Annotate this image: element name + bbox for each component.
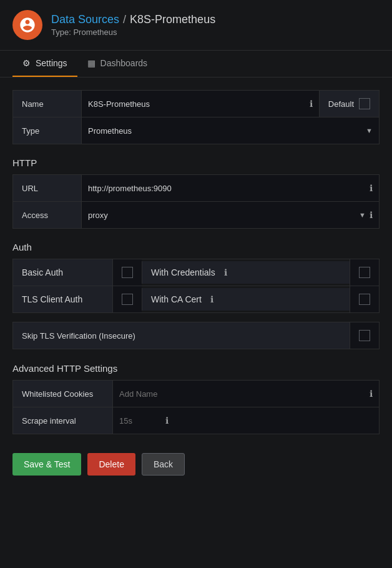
cookies-input[interactable]	[119, 389, 361, 399]
default-wrap: Default	[319, 91, 379, 117]
app-logo	[12, 10, 42, 40]
scrape-interval-label: Scrape interval	[13, 407, 113, 434]
type-select-arrow: ▼	[366, 127, 373, 134]
tabs-bar: ⚙ Settings ▦ Dashboards	[0, 51, 392, 77]
dashboards-tab-icon: ▦	[87, 58, 96, 68]
with-credentials-cell: With Credentials ℹ	[142, 261, 350, 284]
cookies-info-icon[interactable]: ℹ	[370, 389, 373, 399]
url-row: URL ℹ	[12, 174, 380, 202]
access-input-wrap: proxy ▼ ℹ	[82, 202, 379, 228]
with-credentials-checkbox[interactable]	[359, 267, 370, 278]
with-ca-cert-info-icon[interactable]: ℹ	[210, 294, 213, 304]
access-row: Access proxy ▼ ℹ	[12, 201, 380, 229]
type-label: Type	[13, 117, 82, 144]
with-ca-cert-checkbox[interactable]	[359, 294, 370, 305]
access-select-arrow: ▼	[359, 211, 366, 219]
name-label: Name	[13, 91, 82, 117]
tab-settings-label: Settings	[36, 58, 67, 68]
breadcrumb-datasources-link[interactable]: Data Sources	[51, 13, 119, 26]
basic-auth-checkbox[interactable]	[122, 267, 133, 278]
breadcrumb-separator: /	[123, 13, 126, 26]
main-content: Name ℹ Default Type Prometheus ▼ HTTP UR…	[0, 77, 392, 488]
basic-auth-label: Basic Auth	[22, 267, 63, 277]
header-subtitle: Type: Prometheus	[51, 27, 215, 37]
auth-row-2: TLS Client Auth With CA Cert ℹ	[13, 286, 379, 312]
breadcrumb-current: K8S-Prometheus	[130, 13, 215, 26]
type-input-wrap: Prometheus ▼	[82, 117, 379, 144]
tab-dashboards[interactable]: ▦ Dashboards	[77, 51, 158, 77]
url-info-icon[interactable]: ℹ	[370, 183, 373, 193]
cookies-input-wrap: ℹ	[113, 381, 379, 407]
type-row: Type Prometheus ▼	[12, 117, 380, 144]
scrape-info-icon[interactable]: ℹ	[165, 416, 169, 426]
http-section-title: HTTP	[12, 157, 380, 168]
tab-settings[interactable]: ⚙ Settings	[12, 51, 77, 77]
tls-client-auth-label: TLS Client Auth	[22, 294, 82, 304]
delete-button[interactable]: Delete	[87, 453, 135, 476]
tls-client-auth-checkbox[interactable]	[122, 294, 133, 305]
auth-section-title: Auth	[12, 242, 380, 252]
buttons-row: Save & Test Delete Back	[12, 453, 380, 476]
name-input[interactable]	[88, 99, 306, 109]
back-button[interactable]: Back	[142, 453, 185, 476]
scrape-input-wrap: ℹ	[113, 407, 379, 434]
skip-tls-label: Skip TLS Verification (Insecure)	[13, 322, 350, 349]
url-label: URL	[13, 175, 82, 201]
cookies-label: Whitelisted Cookies	[13, 381, 113, 407]
scrape-interval-input[interactable]	[119, 416, 157, 426]
settings-tab-icon: ⚙	[22, 58, 31, 68]
url-input-wrap: ℹ	[82, 175, 379, 201]
name-input-wrap: ℹ	[82, 91, 319, 117]
url-input[interactable]	[88, 184, 366, 193]
cookies-row: Whitelisted Cookies ℹ	[12, 380, 380, 407]
access-info-icon[interactable]: ℹ	[370, 210, 373, 220]
header-text: Data Sources / K8S-Prometheus Type: Prom…	[51, 13, 215, 37]
skip-tls-check	[350, 322, 379, 349]
auth-row-1: Basic Auth With Credentials ℹ	[13, 259, 379, 286]
with-credentials-info-icon[interactable]: ℹ	[224, 267, 227, 277]
access-select[interactable]: proxy	[88, 211, 356, 220]
skip-tls-checkbox[interactable]	[359, 330, 370, 341]
tls-client-auth-cell: TLS Client Auth	[13, 286, 113, 312]
with-ca-cert-label: With CA Cert	[151, 294, 202, 304]
with-credentials-label: With Credentials	[151, 267, 215, 277]
type-select[interactable]: Prometheus	[88, 126, 363, 136]
with-ca-cert-cell: With CA Cert ℹ	[142, 288, 350, 311]
scrape-row: Scrape interval ℹ	[12, 407, 380, 434]
skip-tls-wrap: Skip TLS Verification (Insecure)	[12, 322, 380, 349]
app-header: Data Sources / K8S-Prometheus Type: Prom…	[0, 0, 392, 51]
auth-grid: Basic Auth With Credentials ℹ TLS Client…	[12, 259, 380, 313]
tab-dashboards-label: Dashboards	[100, 58, 148, 68]
default-checkbox[interactable]	[359, 98, 370, 109]
advanced-section-title: Advanced HTTP Settings	[12, 363, 380, 374]
name-info-icon[interactable]: ℹ	[310, 99, 313, 109]
name-row: Name ℹ Default	[12, 90, 380, 117]
breadcrumb: Data Sources / K8S-Prometheus	[51, 13, 215, 26]
basic-auth-cell: Basic Auth	[13, 259, 113, 286]
access-label: Access	[13, 202, 82, 228]
save-test-button[interactable]: Save & Test	[12, 453, 81, 476]
default-label: Default	[328, 99, 354, 109]
